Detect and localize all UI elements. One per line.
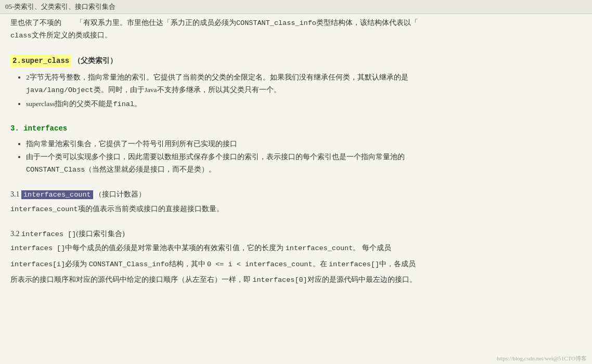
top-line1: 里也依了不项的 「有双系力里。市里他仕达「系力正的成员必须为CONSTANT_c… (10, 17, 582, 30)
watermark: https://blog.csdn.net/wei@51CTO博客 (497, 355, 587, 362)
s2b2-text1: superclass指向的父类不能是 (26, 100, 113, 108)
top-code: CONSTANT_class_info (236, 19, 316, 27)
top-line2: class文件所定义的类或接口。 (10, 30, 582, 42)
s32p2-text2: 结构，其中 (169, 260, 207, 268)
s32p2-code2: CONSTANT_Class_info (89, 261, 169, 268)
s32p1-text2: 。 每个成员 (353, 244, 391, 252)
section2-title: 2.super_class （父类索引） (10, 55, 582, 68)
section2-heading: 2.super_class (10, 55, 71, 67)
s32p3-end: 对应的是源代码中最左边的接口。 (307, 276, 417, 283)
title-text: 05-类索引、父类索引、接口索引集合 (5, 3, 115, 10)
section3-heading: 3. interfaces (10, 124, 67, 133)
s32-code: interfaces [] (21, 230, 76, 238)
section31-title: 3.1 interfaces_count （接口计数器） (10, 188, 582, 201)
s32p1-text1: 中每个成员的值必须是对常量池表中某项的有效索引值，它的长度为 (65, 244, 285, 252)
content-area: 里也依了不项的 「有双系力里。市里他仕达「系力正的成员必须为CONSTANT_c… (0, 14, 592, 364)
section32-para3: 所表示的接口顺序和对应的源代码中给定的接口顺序（从左至右）一样，即 interf… (10, 274, 582, 287)
top-code2: class (10, 32, 32, 40)
s31-number: 3.1 (10, 190, 20, 198)
s32p1-code1: interfaces_count (286, 244, 353, 252)
top-text-block: 里也依了不项的 「有双系力里。市里他仕达「系力正的成员必须为CONSTANT_c… (10, 14, 582, 44)
s32p2-text3: 。在 (313, 260, 329, 268)
s32p3-text1: 所表示的接口顺序和对应的源代码中给定的接口顺序（从左至右）一样，即 (10, 276, 252, 283)
s32p2-code1: interfaces[i] (10, 261, 65, 268)
s2b1-text2: 类。同时，由于Java不支持多继承，所以其父类只有一个。 (94, 86, 281, 94)
section32-para2: interfaces[i]必须为 CONSTANT_Class_info结构，其… (10, 258, 582, 271)
s32p1-code0: interfaces [] (10, 244, 65, 252)
section32-title: 3.2 interfaces [](接口索引集合) (10, 228, 582, 240)
s3b2-text1: 由于一个类可以实现多个接口，因此需要以数组形式保存多个接口的索引，表示接口的每个… (26, 153, 405, 161)
title-bar: 05-类索引、父类索引、接口索引集合 (0, 0, 592, 14)
s31-desc-text: 项的值表示当前类或接口的直接超接口数量。 (78, 205, 224, 213)
section2-bullet2: superclass指向的父类不能是final。 (26, 98, 582, 111)
section32-para1: interfaces []中每个成员的值必须是对常量池表中某项的有效索引值，它的… (10, 242, 582, 255)
s32p2-text4: 中，各成员 (379, 260, 416, 268)
s2b1-text1: 2字节无符号整数，指向常量池的索引。它提供了当前类的父类的全限定名。如果我们没有… (26, 73, 408, 81)
section3-title: 3. interfaces (10, 123, 582, 134)
section2-label: （父类索引） (73, 56, 117, 64)
s32p2-code3: 0 <= i < interfaces_count (207, 261, 313, 268)
s3b2-text2: （当然这里就必须是接口，而不是类）。 (85, 165, 216, 173)
s32p2-code4: interfaces[] (329, 261, 379, 268)
section2-bullet1: 2字节无符号整数，指向常量池的索引。它提供了当前类的父类的全限定名。如果我们没有… (26, 71, 582, 96)
s31-code: interfaces_count (21, 190, 93, 199)
s31-desc-code: interfaces_count (10, 205, 78, 213)
s32-label: (接口索引集合) (76, 230, 124, 238)
s2b2-text2: 。 (134, 100, 141, 108)
section3-list: 指向常量池索引集合，它提供了一个符号引用到所有已实现的接口 由于一个类可以实现多… (26, 138, 582, 176)
s3b2-code: CONSTANT_Class (26, 166, 85, 174)
s32p3-code: interfaces[0] (252, 276, 307, 284)
section3-bullet2: 由于一个类可以实现多个接口，因此需要以数组形式保存多个接口的索引，表示接口的每个… (26, 151, 582, 176)
s2b1-code: java/lang/Object (26, 86, 94, 94)
s32p2-text1: 必须为 (65, 260, 88, 268)
s32-number: 3.2 (10, 230, 20, 238)
section3-bullet1: 指向常量池索引集合，它提供了一个符号引用到所有已实现的接口 (26, 138, 582, 150)
section31-desc: interfaces_count项的值表示当前类或接口的直接超接口数量。 (10, 203, 582, 216)
section2-list: 2字节无符号整数，指向常量池的索引。它提供了当前类的父类的全限定名。如果我们没有… (26, 71, 582, 110)
s31-label: （接口计数器） (95, 190, 146, 198)
s2b2-code: final (113, 100, 134, 108)
